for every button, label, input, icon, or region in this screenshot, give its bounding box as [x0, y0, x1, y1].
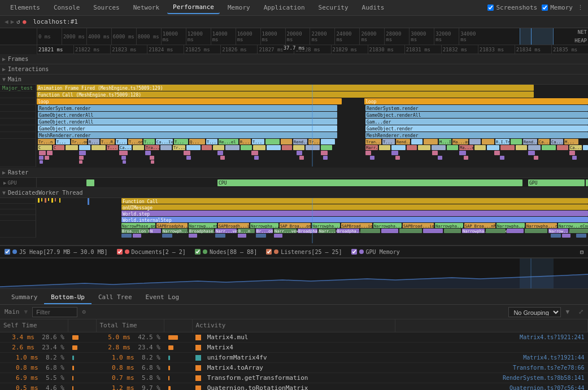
tab-memory[interactable]: Memory — [222, 2, 256, 14]
svg-rect-152 — [494, 151, 500, 155]
bottom-section: Summary Bottom-Up Call Tree Event Log Ma… — [0, 289, 588, 390]
gpu-memory-checkbox[interactable] — [351, 249, 357, 255]
record-icon[interactable]: ● — [23, 18, 27, 25]
label-empty — [0, 91, 36, 98]
raster-section-header[interactable]: ▶ Raster — [0, 168, 588, 178]
filter-input[interactable] — [32, 307, 77, 317]
svg-text:T...: T... — [116, 140, 126, 144]
svg-rect-173 — [79, 160, 82, 164]
filter-icon: ⚙ — [82, 308, 86, 315]
nav-forward-icon[interactable]: ▶ — [11, 18, 15, 25]
js-heap-checkbox[interactable] — [5, 249, 10, 255]
tab-event-log[interactable]: Event Log — [139, 291, 186, 304]
svg-rect-78 — [482, 139, 494, 144]
svg-rect-164 — [323, 156, 328, 160]
stats-expand-icon[interactable]: ⊟ — [580, 249, 583, 255]
documents-checkbox[interactable] — [117, 249, 123, 255]
stats-bar: JS Heap[27.9 MB – 30.0 MB] Documents[2 –… — [0, 246, 588, 258]
dedicated-worker-label: DedicatedWorker Thread — [8, 190, 82, 196]
svg-rect-154 — [569, 151, 575, 155]
frames-label: Frames — [8, 56, 28, 62]
self-bar-cell — [68, 352, 96, 362]
col-total-time[interactable]: Total Time — [96, 319, 164, 332]
total-time-cell: 2.8 ms 23.4 % — [96, 342, 164, 352]
screenshots-checkbox[interactable] — [487, 5, 494, 11]
svg-marker-276 — [0, 274, 588, 289]
svg-rect-148 — [365, 151, 371, 155]
bottom-tabs: Summary Bottom-Up Call Tree Event Log — [0, 289, 588, 305]
memory-checkbox-group[interactable]: Memory — [542, 4, 573, 11]
table-row[interactable]: 2.6 ms 23.4 % 2.8 ms 23.4 % Matrix4 — [0, 342, 588, 352]
flamegraph-svg: Animation Frame Fired (MeshEngine.ts?500… — [37, 85, 588, 166]
ts-2: 21823 ms — [110, 45, 147, 54]
timeline-overview[interactable]: 0 ms 2000 ms 4000 ms 6000 ms 8000 ms 100… — [0, 28, 588, 45]
tab-bottom-up[interactable]: Bottom-Up — [44, 291, 92, 304]
expand-icon[interactable]: ⤢ — [578, 308, 583, 315]
tab-security[interactable]: Security — [313, 2, 354, 14]
grouping-select[interactable]: No Grouping — [508, 307, 561, 317]
table-row[interactable]: 0.5 ms 4.6 % 1.2 ms 9.7 % Quaternion.toR… — [0, 383, 588, 390]
svg-rect-162 — [254, 156, 259, 160]
worker-label-4 — [0, 215, 36, 221]
svg-rect-134 — [557, 145, 568, 150]
tab-summary[interactable]: Summary — [5, 291, 44, 304]
table-row[interactable]: 1.0 ms 8.2 % 1.0 ms 8.2 % uniformMatrix4… — [0, 352, 588, 362]
interactions-section-header[interactable]: ▶ Interactions — [0, 64, 588, 75]
settings-icon[interactable]: ⋮ — [577, 4, 583, 11]
nodes-checkbox[interactable] — [195, 249, 201, 255]
table-header: Self Time Total Time Activity — [0, 319, 588, 332]
documents-dot — [125, 249, 129, 254]
ts-8: 21829 ms — [331, 45, 368, 54]
table-row[interactable]: 3.4 ms 28.6 % 5.0 ms 42.5 % Matrix4.mul … — [0, 332, 588, 342]
table-row[interactable]: 0.8 ms 6.8 % 0.8 ms 6.8 % Matrix4.toArra… — [0, 362, 588, 373]
svg-text:T...: T... — [207, 140, 216, 144]
main-section-header[interactable]: ▼ Main — [0, 75, 588, 85]
time-indicator-label: 37.7 ms — [282, 45, 306, 51]
js-heap-dot — [12, 249, 17, 254]
tab-application[interactable]: Application — [258, 2, 311, 14]
activity-icon — [195, 375, 201, 381]
ts-14: 21835 ms — [551, 45, 588, 54]
svg-rect-193 — [121, 204, 588, 210]
tab-performance[interactable]: Performance — [167, 1, 220, 14]
svg-text:onUIMessage: onUIMessage — [123, 205, 153, 211]
dedicated-worker-section-header[interactable]: ▼ DedicatedWorker Thread — [0, 188, 588, 198]
screenshots-checkbox-group[interactable]: Screenshots — [487, 4, 537, 11]
svg-rect-271 — [274, 234, 282, 238]
svg-text:T...: T... — [252, 140, 262, 144]
flamegraph-area[interactable]: 21821 ms 21822 ms 21823 ms 21824 ms 2182… — [0, 45, 588, 246]
memory-checkbox[interactable] — [542, 5, 548, 11]
ts-0: 21821 ms — [37, 45, 73, 54]
gpu-content: CPU GPU — [37, 178, 588, 187]
nav-back-icon[interactable]: ◀ — [5, 18, 8, 25]
label-render — [0, 105, 36, 112]
table-row[interactable]: 6.9 ms 5.5 % 0.7 ms 5.8 % Transform.getT… — [0, 373, 588, 383]
tab-sources[interactable]: Sources — [88, 2, 125, 14]
tab-audits[interactable]: Audits — [356, 2, 390, 14]
memory-chart-svg — [0, 258, 588, 289]
selection-region[interactable] — [520, 28, 554, 45]
svg-text:T...: T... — [175, 140, 184, 144]
svg-text:Re...el: Re...el — [219, 140, 236, 144]
self-time-cell: 0.5 ms 4.6 % — [0, 383, 68, 390]
tab-call-tree[interactable]: Call Tree — [92, 291, 139, 304]
frames-section-header[interactable]: ▶ Frames — [0, 54, 588, 64]
col-activity[interactable]: Activity — [192, 319, 395, 332]
listeners-dot — [274, 249, 278, 254]
tab-network[interactable]: Network — [128, 2, 165, 14]
reload-icon[interactable]: ↺ — [16, 18, 20, 25]
svg-rect-186 — [48, 198, 49, 201]
svg-text:M...: M... — [565, 140, 574, 144]
listeners-checkbox[interactable] — [266, 249, 272, 255]
svg-text:Narr...vex: Narr...vex — [216, 229, 239, 234]
svg-rect-277 — [520, 258, 554, 289]
tab-elements[interactable]: Elements — [5, 2, 46, 14]
tab-console[interactable]: Console — [48, 2, 85, 14]
col-self-time[interactable]: Self Time — [0, 319, 68, 332]
ts-4: 21825 ms — [184, 45, 220, 54]
table-wrapper[interactable]: Self Time Total Time Activity 3.4 ms 28.… — [0, 319, 588, 390]
self-bar-cell — [68, 362, 96, 373]
svg-rect-130 — [500, 145, 515, 150]
svg-rect-158 — [121, 156, 126, 160]
svg-text:C: C — [54, 146, 56, 150]
